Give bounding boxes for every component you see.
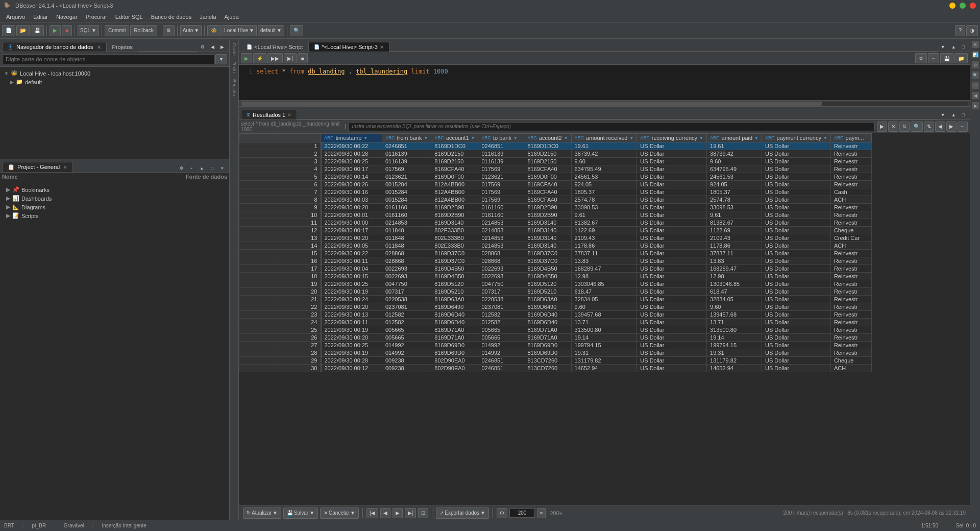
results-menu-button[interactable]: ▼: [938, 110, 948, 119]
prev-page-button[interactable]: ◀: [380, 508, 390, 518]
editor-tab-1[interactable]: 📄 <Local Hive> Script: [241, 42, 308, 52]
col-filter-to-bank[interactable]: ▼: [513, 136, 518, 140]
results-filter-input[interactable]: [349, 122, 875, 131]
col-filter-amount-received[interactable]: ▼: [629, 136, 633, 140]
table-row[interactable]: 72022/09/30 00:160015284812A4BB000175698…: [239, 188, 872, 196]
filter-apply-button[interactable]: ▶: [877, 122, 887, 132]
menu-janela[interactable]: Janela: [195, 13, 220, 21]
run-button[interactable]: ▶: [50, 25, 61, 36]
table-row[interactable]: 102022/09/30 00:0101611608169D2B90016116…: [239, 211, 872, 219]
col-header-amount-received[interactable]: ABC amount received ▼: [571, 134, 637, 142]
panel-settings-button[interactable]: ⚙: [198, 42, 208, 52]
filter-clear-button[interactable]: ✕: [888, 122, 898, 132]
folder-script-button[interactable]: 📁: [954, 53, 968, 63]
row-count-input[interactable]: [509, 509, 535, 518]
more-button[interactable]: ···: [928, 53, 939, 63]
rollback-button[interactable]: Rollback: [130, 25, 157, 36]
editor-tab-menu-button[interactable]: ▼: [938, 42, 948, 52]
col-header-from-bank[interactable]: ABC from bank ▼: [382, 134, 431, 142]
db-browser-close[interactable]: ✕: [97, 44, 101, 50]
export-button[interactable]: ↗ Exportar dados ▼: [436, 508, 489, 519]
first-page-button[interactable]: |◀: [366, 508, 378, 518]
last-page-button[interactable]: ▶|: [405, 508, 416, 518]
auto-dropdown[interactable]: Auto ▼: [180, 25, 202, 36]
col-filter-account2[interactable]: ▼: [564, 136, 568, 140]
table-row[interactable]: 132022/09/30 00:20011848802E333B00214853…: [239, 234, 872, 242]
menu-ajuda[interactable]: Ajuda: [220, 13, 243, 21]
menu-editor-sql[interactable]: Editor SQL: [111, 13, 147, 21]
cancel-results-button[interactable]: ✕ Cancelar ▼: [320, 508, 359, 519]
format-button[interactable]: ⚙: [915, 53, 927, 63]
maximize-button[interactable]: [960, 3, 966, 9]
sql-content[interactable]: select * from db_landing . tbl_launderin…: [256, 68, 965, 97]
window-controls[interactable]: [949, 3, 976, 9]
texto-label[interactable]: Texto: [232, 60, 237, 75]
table-row[interactable]: 92022/09/30 00:2801611608169D2B900161160…: [239, 204, 872, 211]
commit-button[interactable]: Commit: [105, 25, 129, 36]
db-search-input[interactable]: [2, 54, 214, 64]
proj-collapse-button[interactable]: ▲: [197, 164, 207, 172]
menu-navegar[interactable]: Navegar: [52, 13, 82, 21]
col-header-account1[interactable]: ABC account1 ▼: [431, 134, 478, 142]
editor-tab-2-close[interactable]: ✕: [380, 44, 384, 50]
table-row[interactable]: 292022/09/30 00:28009238802D90EA00246851…: [239, 357, 872, 365]
table-row[interactable]: 62022/09/30 00:260015284812A4BB000175698…: [239, 181, 872, 188]
panel-expand-button[interactable]: ▶: [217, 42, 227, 52]
col-header-paym[interactable]: ABC paym...: [830, 134, 871, 142]
data-table-wrapper[interactable]: ABC timestamp ▼ ABC from bank: [239, 133, 970, 505]
table-row[interactable]: 212022/09/30 00:2402205388169D63A0022053…: [239, 296, 872, 303]
table-row[interactable]: 242022/09/30 00:110125828169D6D400125828…: [239, 319, 872, 326]
panel-collapse-button[interactable]: ◀: [208, 42, 217, 52]
run-selection-button[interactable]: ▶▶: [267, 53, 283, 63]
menu-banco-dados[interactable]: Banco de dados: [147, 13, 196, 21]
col-header-marker[interactable]: [239, 134, 280, 142]
minimize-button[interactable]: [949, 3, 955, 9]
save-script-button[interactable]: 💾: [940, 53, 953, 63]
right-icon-4[interactable]: 🔍: [972, 71, 979, 79]
editor-maximize-button[interactable]: □: [959, 42, 968, 52]
proj-settings-button[interactable]: ⚙: [177, 164, 186, 172]
table-row[interactable]: 252022/09/30 00:190056658169D71A00056658…: [239, 326, 872, 334]
local-hive-dropdown[interactable]: Local Hive ▼: [222, 25, 257, 36]
proj-max-button[interactable]: □: [208, 164, 216, 172]
menu-procurar[interactable]: Procurar: [82, 13, 111, 21]
table-row[interactable]: 302022/09/30 00:12009238802D90EA00246851…: [239, 365, 872, 372]
sql-editor[interactable]: 1 select * from db_landing . tbl_launder…: [239, 65, 970, 101]
table-row[interactable]: 192022/09/30 00:2500477508169D5120004775…: [239, 280, 872, 288]
more-results-button[interactable]: ···: [958, 122, 968, 132]
col-header-account2[interactable]: ABC account2 ▼: [524, 134, 571, 142]
results-expand-button[interactable]: □: [959, 110, 968, 119]
open-button[interactable]: 📂: [16, 25, 30, 36]
search-button[interactable]: 🔍: [290, 25, 303, 36]
new-file-button[interactable]: 📄: [2, 25, 15, 36]
proj-diagrams[interactable]: ▶ 📐 Diagrams: [2, 203, 227, 211]
settings-button[interactable]: ⚙: [163, 25, 175, 36]
col-filter-account1[interactable]: ▼: [471, 136, 475, 140]
proj-bookmarks[interactable]: ▶ 📌 Bookmarks: [2, 185, 227, 194]
update-button[interactable]: ↻ Atualizar ▼: [243, 508, 281, 519]
table-row[interactable]: 12022/09/30 00:2202468518169D1DC00246851…: [239, 142, 872, 150]
tree-schema-item[interactable]: ▶ 📁 default: [2, 78, 227, 86]
table-row[interactable]: 142022/09/30 00:05011848802E333B00214853…: [239, 242, 872, 250]
table-row[interactable]: 232022/09/30 00:130125828169D6D400125828…: [239, 311, 872, 319]
table-row[interactable]: 82022/09/30 00:030015284812A4BB000175698…: [239, 196, 872, 204]
registro-label[interactable]: Registro: [232, 77, 237, 99]
grade-label[interactable]: Grade: [232, 41, 237, 58]
table-row[interactable]: 152022/09/30 00:220288688169D37C00288688…: [239, 250, 872, 257]
results-collapse-button[interactable]: ▲: [948, 110, 959, 119]
stop-button[interactable]: ■: [62, 25, 72, 36]
proj-add-button[interactable]: +: [187, 164, 196, 172]
editor-collapse-button[interactable]: ▲: [948, 42, 959, 52]
filter-button[interactable]: ▼: [215, 54, 227, 64]
col-header-timestamp[interactable]: ABC timestamp ▼: [321, 134, 382, 142]
right-icon-7[interactable]: ▶: [972, 102, 979, 109]
help-button[interactable]: ?: [955, 25, 965, 36]
right-icon-1[interactable]: ⊞: [972, 41, 979, 48]
proj-close-button[interactable]: ✕: [217, 164, 227, 172]
run-script-button[interactable]: ▶: [241, 53, 252, 63]
menu-editar[interactable]: Editar: [29, 13, 52, 21]
prev-result-button[interactable]: ◀: [935, 122, 945, 132]
project-general-tab[interactable]: 📋 Project - General ✕: [2, 162, 73, 172]
table-row[interactable]: 282022/09/30 00:190149928169D69D00149928…: [239, 349, 872, 357]
menu-arquivo[interactable]: Arquivo: [2, 13, 29, 21]
